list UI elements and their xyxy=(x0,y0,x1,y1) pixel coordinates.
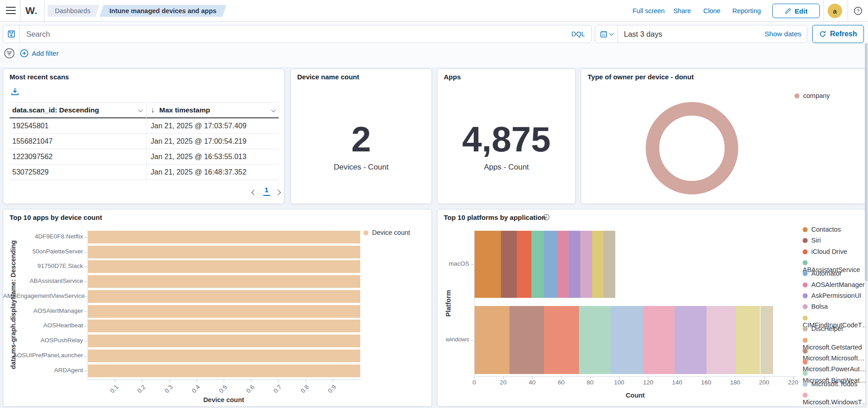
breadcrumb-dashboards[interactable]: Dashboards xyxy=(48,5,99,17)
x-tick-mark xyxy=(706,377,706,379)
stacked-bar-segment[interactable] xyxy=(579,306,611,374)
stacked-bar-segment[interactable] xyxy=(544,306,579,374)
table-row[interactable]: 192545801Jan 21, 2025 @ 17:03:57.409 xyxy=(10,118,279,134)
stacked-bar-segment[interactable] xyxy=(706,306,736,374)
query-language-button[interactable]: DQL xyxy=(571,30,585,38)
bar-device-count[interactable] xyxy=(88,320,360,332)
column-header-scan-id[interactable]: data.scan_id: Descending xyxy=(12,106,99,114)
legend-item[interactable]: DiscHelper xyxy=(803,325,843,332)
legend-dot xyxy=(363,230,368,235)
add-filter-plus-icon[interactable] xyxy=(20,49,29,58)
column-header-max-timestamp[interactable]: Max timestamp xyxy=(159,106,210,114)
stacked-bar-segment[interactable] xyxy=(475,231,501,298)
edit-button-label: Edit xyxy=(794,7,807,15)
search-bar[interactable]: Search DQL xyxy=(3,25,592,43)
stacked-bar-segment[interactable] xyxy=(611,306,642,374)
stacked-bar-segment[interactable] xyxy=(510,306,544,374)
legend-item[interactable]: Automator xyxy=(803,270,842,277)
stacked-bar-segment[interactable] xyxy=(557,231,569,298)
stacked-bar-segment[interactable] xyxy=(569,231,581,298)
stacked-bar-segment[interactable] xyxy=(643,306,675,374)
edit-button[interactable]: Edit xyxy=(772,4,820,18)
bar-device-count[interactable] xyxy=(88,350,360,362)
bar-device-count[interactable] xyxy=(88,260,360,273)
pagination-next-icon[interactable] xyxy=(275,189,281,195)
chevron-down-icon xyxy=(609,31,614,36)
table-row[interactable]: 1556821047Jan 21, 2025 @ 17:00:54.219 xyxy=(10,134,279,149)
page-scrollbar[interactable] xyxy=(865,43,868,281)
panel-title[interactable]: Apps xyxy=(444,73,461,81)
legend-dot xyxy=(794,93,799,98)
panel-title[interactable]: Most recent scans xyxy=(10,73,69,81)
show-dates-link[interactable]: Show dates xyxy=(765,30,801,38)
scan-id-cell: 1556821047 xyxy=(10,134,146,149)
add-filter-button[interactable]: Add filter xyxy=(32,49,59,57)
donut-chart[interactable] xyxy=(646,102,738,194)
pagination-page-1[interactable]: 1 xyxy=(263,186,270,196)
chevron-down-icon[interactable] xyxy=(271,108,276,112)
filter-set-icon[interactable] xyxy=(4,48,15,59)
stacked-bar-segment[interactable] xyxy=(675,306,706,374)
legend-item[interactable]: Microsoft.Todos xyxy=(803,380,858,388)
user-avatar[interactable]: a xyxy=(828,4,842,18)
legend-item[interactable]: Microsoft.WindowsT… xyxy=(803,391,866,406)
stacked-bar-segment[interactable] xyxy=(580,231,592,298)
date-picker[interactable]: Last 3 days Show dates xyxy=(595,25,807,43)
reporting-link[interactable]: Reporting xyxy=(732,7,761,15)
stacked-bar-segment[interactable] xyxy=(531,231,544,298)
category-label: windows xyxy=(437,336,469,343)
x-tick-mark xyxy=(677,377,677,379)
legend-item[interactable]: Siri xyxy=(803,237,821,244)
stacked-bar-segment[interactable] xyxy=(517,231,531,298)
table-row[interactable]: 1223097562Jan 21, 2025 @ 16:53:55.013 xyxy=(10,149,279,165)
legend-dot xyxy=(803,260,808,265)
bar-device-count[interactable] xyxy=(88,275,360,288)
bar-device-count[interactable] xyxy=(88,231,360,243)
saved-query-icon[interactable] xyxy=(3,25,20,43)
stacked-bar-segment[interactable] xyxy=(603,231,615,298)
legend-item[interactable]: Contactos xyxy=(803,226,841,233)
nav-divider xyxy=(20,0,20,21)
app-logo[interactable]: W. xyxy=(25,5,38,17)
bar-device-count[interactable] xyxy=(88,290,360,303)
legend-dot xyxy=(803,359,808,364)
x-tick-mark xyxy=(278,380,279,382)
top-apps-chart[interactable]: 4DF9E0F8.Netflix50onPaletteServer91750D7… xyxy=(3,209,432,407)
legend-item[interactable]: company xyxy=(794,92,830,99)
search-input[interactable]: Search xyxy=(26,30,571,39)
panel-title[interactable]: Device name count xyxy=(297,73,359,81)
timestamp-cell: Jan 21, 2025 @ 17:03:57.409 xyxy=(146,118,279,133)
clone-link[interactable]: Clone xyxy=(703,7,721,15)
help-icon[interactable]: ? xyxy=(853,6,863,15)
stacked-bar-segment[interactable] xyxy=(501,231,517,298)
panel-title[interactable]: Type of owner per device - donut xyxy=(588,73,694,81)
refresh-button[interactable]: Refresh xyxy=(812,25,864,43)
legend-item[interactable]: Device count xyxy=(363,229,410,236)
legend-item[interactable]: iCloud Drive xyxy=(803,248,847,255)
stacked-bar-segment[interactable] xyxy=(736,306,760,374)
table-row[interactable]: 530725829Jan 21, 2025 @ 16:48:37.352 xyxy=(10,165,279,180)
top-platforms-chart[interactable]: macOSwindows0204060801001201401601802002… xyxy=(437,209,866,407)
legend-item[interactable]: Bolsa xyxy=(803,303,828,310)
x-axis-title: Count xyxy=(544,392,726,399)
bar-device-count[interactable] xyxy=(88,305,360,318)
legend-item[interactable]: AskPermissionUI xyxy=(803,292,861,299)
bar-device-count[interactable] xyxy=(88,335,360,347)
stacked-bar-segment[interactable] xyxy=(592,231,604,298)
menu-hamburger-icon[interactable] xyxy=(6,7,16,15)
share-link[interactable]: Share xyxy=(673,7,691,15)
full-screen-link[interactable]: Full screen xyxy=(633,7,665,15)
time-range-value[interactable]: Last 3 days xyxy=(624,30,765,39)
legend-item[interactable]: AOSAlertManager xyxy=(803,281,865,288)
calendar-dropdown[interactable] xyxy=(595,25,618,43)
chevron-down-icon[interactable] xyxy=(138,108,143,112)
pagination-prev-icon[interactable] xyxy=(251,189,257,195)
stacked-bar-segment[interactable] xyxy=(544,231,557,298)
bar-device-count[interactable] xyxy=(88,246,360,258)
stacked-bar-segment[interactable] xyxy=(760,306,774,374)
stacked-bar-segment[interactable] xyxy=(475,306,510,374)
download-csv-icon[interactable] xyxy=(10,87,20,96)
x-tick-label: 140 xyxy=(666,379,688,386)
bar-device-count[interactable] xyxy=(88,364,360,377)
x-tick-label: 0.9 xyxy=(327,384,338,394)
